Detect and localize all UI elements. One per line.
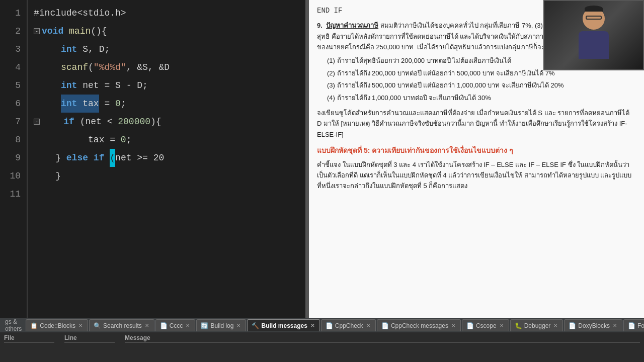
tab-codeblocks[interactable]: 📋 Code::Blocks ✕ [26,319,88,331]
code-line-2: - void main (){ [34,22,305,40]
tab-debugger[interactable]: 🐛 Debugger ✕ [510,319,564,331]
tab-cppcheck-close[interactable]: ✕ [365,323,371,328]
collapse-indicator-7[interactable]: - [34,119,40,125]
col-file-header: File [4,334,54,343]
cppcheck-messages-icon: 📄 [381,322,389,329]
doc-cond3: (3) ถ้ารายได้ถึง 500,000 บาทต่อปี แต่น้อ… [327,80,636,91]
code-line-9: } else if ( net >= 20 [34,149,305,167]
tab-debugger-label: Debugger [524,322,551,329]
build-log-icon: 🔄 [201,322,208,329]
tab-debugger-close[interactable]: ✕ [552,323,558,328]
tab-cscope-label: Cscope [476,322,497,329]
code-line-3: int S, D; [34,40,305,58]
tabs-left-label: gs & others [2,318,25,332]
cursor-highlight: ( [110,149,115,167]
code-area: 1 2 3 4 5 6 7 8 9 10 11 #include<stdio. [0,0,305,318]
tab-fortran-info[interactable]: 📄 Fortran info [623,319,644,331]
code-editor-panel: 1 2 3 4 5 6 7 8 9 10 11 #include<stdio. [0,0,307,318]
person-body [579,31,609,59]
webcam-person [544,1,643,69]
code-lines[interactable]: #include<stdio.h> - void main (){ int [28,0,305,318]
tab-codeblocks-label: Code::Blocks [40,322,75,329]
tab-cppcheck-messages-label: CppCheck messages [391,322,448,329]
code-line-5: int net = S - D; [34,76,305,95]
tabs-bar: gs & others 📋 Code::Blocks ✕ 🔍 Search re… [0,318,644,332]
tab-cppcheck-label: CppCheck [335,322,363,329]
doxyblocks-icon: 📄 [569,322,576,329]
tab-cscope-close[interactable]: ✕ [499,323,505,328]
tab-cccc[interactable]: 📄 Cccc ✕ [155,319,196,331]
bottom-columns: File Line Message [0,332,644,362]
line-numbers: 1 2 3 4 5 6 7 8 9 10 11 [0,0,28,318]
tab-cppcheck-messages[interactable]: 📄 CppCheck messages ✕ [377,319,461,331]
tab-search-results[interactable]: 🔍 Search results ✕ [89,319,154,331]
codeblocks-icon: 📋 [30,322,38,329]
code-line-11 [34,185,305,203]
code-line-6: int tax = 0 ; [34,95,305,113]
cccc-icon: 📄 [160,322,168,329]
col-file: File [4,334,54,360]
col-line-header: Line [64,334,115,343]
code-line-4: scanf ( "%d%d" , &S, &D [34,58,305,76]
code-line-7: - if (net < 200000 ){ [34,113,305,131]
tab-doxyblocks-close[interactable]: ✕ [612,323,618,328]
tab-build-messages-label: Build messages [261,322,307,329]
tab-search-results-label: Search results [103,322,142,329]
col-message: Message [125,334,640,360]
tab-build-log[interactable]: 🔄 Build log ✕ [196,319,246,331]
tab-build-messages[interactable]: 🔨 Build messages ✕ [247,319,319,331]
bottom-panel-content: File Line Message [0,332,644,362]
collapse-indicator[interactable]: - [34,28,40,34]
doc-panel: END IF 9. ปัญหาคำนวณภาษี สมมติว่าภาษีเงิ… [309,0,644,318]
tab-cppcheck-messages-close[interactable]: ✕ [450,323,456,328]
doc-cond4: (4) ถ้ารายได้ถึง 1,000,000 บาทต่อปี จะเส… [327,93,636,104]
code-line-1: #include<stdio.h> [34,4,305,22]
col-line: Line [64,334,115,360]
search-icon: 🔍 [94,322,101,329]
code-line-10: } [34,167,305,185]
tab-build-log-label: Build log [210,322,233,329]
tab-build-log-close[interactable]: ✕ [235,323,242,328]
code-line-8: tax = 0 ; [34,131,305,149]
bottom-tabs-area: gs & others 📋 Code::Blocks ✕ 🔍 Search re… [0,318,644,362]
section5-note: คำชี้แจง ในแบบฝึกหัดชุดที่ 3 และ 4 เราได… [317,159,636,192]
tab-build-messages-close[interactable]: ✕ [309,323,315,328]
main-content: 1 2 3 4 5 6 7 8 9 10 11 #include<stdio. [0,0,644,318]
tab-cccc-label: Cccc [170,322,183,329]
doc-task: จงเขียนซูโค้ดสำหรับการคำนวณและแสดงภาษีที… [317,108,636,140]
person-glasses [586,16,602,20]
tab-cppcheck[interactable]: 📄 CppCheck ✕ [321,319,376,331]
debugger-icon: 🐛 [515,322,522,329]
cscope-icon: 📄 [466,322,474,329]
section5-header: แบบฝึกหัดชุดที่ 5: ความเทียบเท่ากันของกา… [317,145,636,156]
tab-doxyblocks-label: DoxyBlocks [578,322,610,329]
tab-fortran-info-label: Fortran info [637,322,644,329]
col-message-header: Message [125,334,640,343]
tab-cccc-close[interactable]: ✕ [185,323,191,328]
fortran-icon: 📄 [628,322,635,329]
person-silhouette [574,8,614,63]
tab-codeblocks-close[interactable]: ✕ [77,323,84,328]
tab-doxyblocks[interactable]: 📄 DoxyBlocks ✕ [564,319,622,331]
webcam-overlay [543,0,644,70]
person-head [583,8,605,30]
tab-search-results-close[interactable]: ✕ [144,323,150,328]
build-messages-icon: 🔨 [252,322,259,329]
tab-cscope[interactable]: 📄 Cscope ✕ [462,319,509,331]
cppcheck-icon: 📄 [326,322,333,329]
